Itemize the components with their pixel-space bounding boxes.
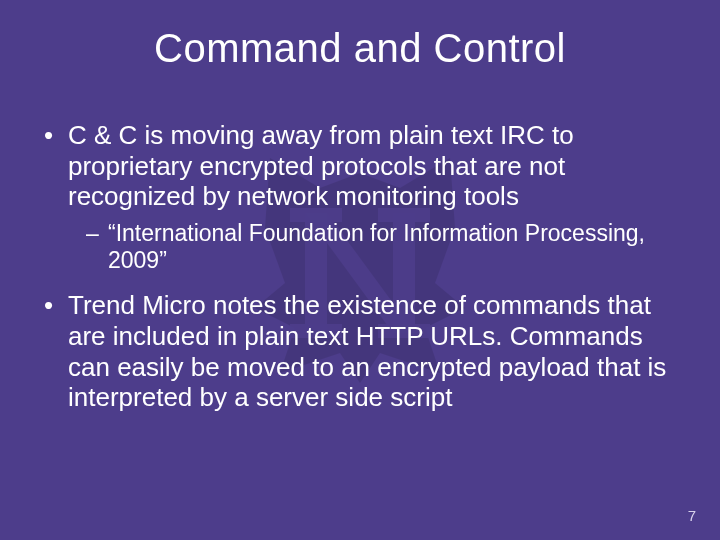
sub-bullet-list: “International Foundation for Informatio…: [68, 220, 680, 274]
bullet-text: C & C is moving away from plain text IRC…: [68, 120, 574, 211]
sub-bullet-text: “International Foundation for Informatio…: [108, 220, 645, 273]
slide-body: C & C is moving away from plain text IRC…: [40, 120, 680, 429]
page-number: 7: [688, 507, 696, 524]
slide-title: Command and Control: [0, 26, 720, 71]
bullet-item: C & C is moving away from plain text IRC…: [40, 120, 680, 274]
bullet-item: Trend Micro notes the existence of comma…: [40, 290, 680, 413]
bullet-list: C & C is moving away from plain text IRC…: [40, 120, 680, 413]
sub-bullet-item: “International Foundation for Informatio…: [86, 220, 680, 274]
bullet-text: Trend Micro notes the existence of comma…: [68, 290, 666, 412]
slide: Command and Control C & C is moving away…: [0, 0, 720, 540]
